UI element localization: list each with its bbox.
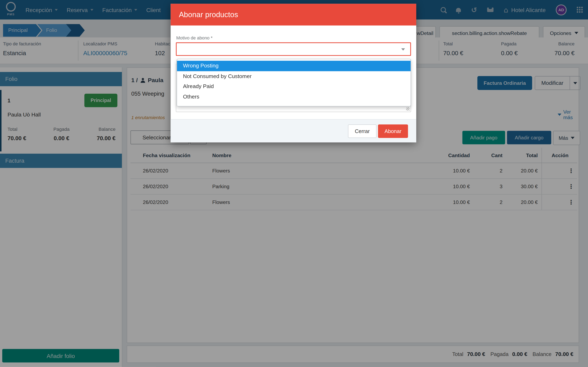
app-root: PMS Recepción Reserva Facturación Client… <box>0 0 588 367</box>
rebate-reason-select[interactable] <box>176 42 411 56</box>
modal-footer: Cerrar Abonar <box>171 119 416 142</box>
resize-grip-icon[interactable] <box>406 107 410 111</box>
modal-header: Abonar productos <box>171 4 416 25</box>
rebate-reason-label: Motivo de abono * <box>176 35 212 41</box>
submit-rebate-button[interactable]: Abonar <box>378 125 408 138</box>
modal-title: Abonar productos <box>179 4 416 25</box>
dropdown-option-wrong-posting[interactable]: Wrong Posting <box>177 61 411 71</box>
select-caret-icon <box>401 49 405 51</box>
reason-dropdown-list: Wrong Posting Not Consumed by Customer A… <box>177 59 411 107</box>
dropdown-option-already-paid[interactable]: Already Paid <box>177 81 411 92</box>
dropdown-option-not-consumed[interactable]: Not Consumed by Customer <box>177 71 411 81</box>
dropdown-option-others[interactable]: Others <box>177 92 411 102</box>
rebate-products-modal: Abonar productos Motivo de abono * M Wro… <box>171 4 416 142</box>
close-button[interactable]: Cerrar <box>348 125 376 138</box>
